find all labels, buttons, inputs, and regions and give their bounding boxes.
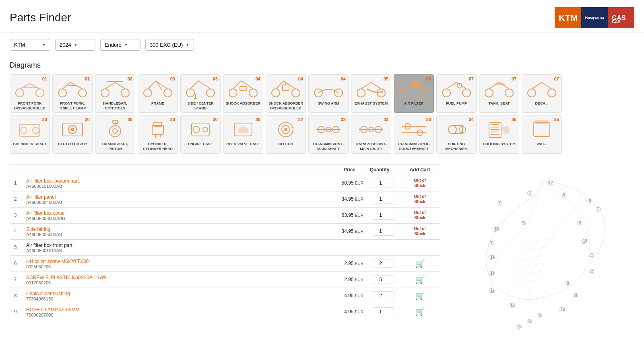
chevron-down-icon: ▼: [186, 43, 190, 47]
diagram-shock-absorber[interactable]: 04 SHOCK ABSORBER: [223, 74, 263, 113]
diagram-transmission-i-main-1[interactable]: 33 TRANSMISSION I -MAIN SHAFT: [308, 115, 349, 153]
svg-point-43: [21, 127, 27, 134]
quantity-input[interactable]: [373, 275, 394, 284]
part-name-link[interactable]: Air filter panel: [26, 194, 56, 200]
diagram-reed-valve-case[interactable]: 30 REED VALVE CASE: [223, 115, 263, 153]
part-name-link[interactable]: Air filter box cover: [26, 210, 65, 216]
part-price: 2.95 EUR: [331, 277, 363, 282]
diagram-crankshaft-piston[interactable]: 30 CRANKSHAFT,PISTON: [95, 115, 135, 153]
add-to-cart-button[interactable]: 🛒: [415, 259, 425, 268]
diagram-air-filter[interactable]: 06 AIR FILTER: [394, 74, 434, 113]
diagram-clutch-cover[interactable]: 30 CLUTCH COVER: [52, 115, 93, 153]
diagram-fuel-pump[interactable]: 07 FUEL PUMP: [436, 74, 477, 113]
part-number: 3: [14, 212, 22, 218]
parts-table-header: Price Quantity Add Cart: [10, 164, 440, 175]
diagram-tank-seat[interactable]: 07 TANK, SEAT: [479, 74, 519, 113]
part-name-link[interactable]: HH collar screw M6x20 TX30: [26, 259, 89, 264]
diagram-transmission-ii-countershaft[interactable]: 33 TRANSMISSION II -COUNTERSHAFT: [394, 115, 434, 153]
diagram-front-fork-triple-clamp[interactable]: 01 FRONT FORK,TRIPLE CLAMP: [52, 74, 93, 113]
part-name-link[interactable]: Chain slider bushing: [26, 291, 70, 296]
diagram-clutch[interactable]: 32 CLUTCH: [266, 115, 306, 153]
add-to-cart-button[interactable]: 🛒: [415, 275, 425, 284]
type-select[interactable]: EnduroCrossSMC: [105, 42, 122, 48]
brand-select[interactable]: KTMHusqvarnaGASGAS: [14, 42, 39, 48]
svg-text:14: 14: [490, 289, 495, 294]
brand-filter[interactable]: KTMHusqvarnaGASGAS ▼: [10, 39, 50, 51]
part-cart-action[interactable]: 🛒: [404, 307, 436, 317]
part-quantity[interactable]: [367, 275, 400, 284]
diagram-deca[interactable]: 07 DECA...: [522, 74, 562, 113]
diagram-frame[interactable]: 03 FRAME: [138, 74, 178, 113]
part-quantity[interactable]: [367, 211, 400, 220]
part-name-link[interactable]: Side fairing: [26, 226, 50, 232]
diagram-shifting-mechanism[interactable]: 34 SHIFTINGMECHANISM: [436, 115, 477, 153]
part-cart-action[interactable]: 🛒: [404, 275, 436, 284]
table-row: 8 Chain slider bushing 77304066150 4.95 …: [10, 288, 440, 304]
part-cart-action[interactable]: 🛒: [404, 291, 436, 300]
svg-point-49: [113, 129, 118, 134]
diagram-side-center-stand[interactable]: 03 SIDE / CENTERSTAND: [180, 74, 221, 113]
quantity-input[interactable]: [373, 227, 394, 236]
diagram-cylinder-head[interactable]: 30 CYLINDER,CYLINDER HEAD: [138, 115, 178, 153]
quantity-input[interactable]: [373, 211, 394, 220]
diagram-balancer-shaft[interactable]: 30 BALANCER SHAFT: [10, 115, 50, 153]
part-quantity[interactable]: [367, 259, 400, 268]
brand-logo-gasgas[interactable]: GAS GAS: [608, 7, 634, 28]
parts-list: 1 Air filter box, bottom part A460061010…: [10, 175, 440, 320]
svg-point-32: [400, 89, 408, 97]
model-filter[interactable]: 300 EXC (EU)250 EXC450 EXC ▼: [145, 39, 194, 51]
year-select[interactable]: 202420232022: [60, 42, 71, 48]
diagram-transmission-i-main-2[interactable]: 33 TRANSMISSION I -MAIN SHAFT: [351, 115, 391, 153]
part-cart-action[interactable]: 🛒: [404, 259, 436, 268]
quantity-input[interactable]: [373, 195, 394, 204]
part-quantity[interactable]: [367, 179, 400, 187]
part-number: 9: [14, 309, 22, 315]
part-quantity[interactable]: [367, 227, 400, 236]
brand-logo-ktm[interactable]: KTM: [555, 7, 581, 28]
add-to-cart-button[interactable]: 🛒: [415, 307, 425, 317]
part-number: 6: [14, 261, 22, 266]
svg-point-25: [292, 89, 300, 97]
diagram-shock-absorber-disassembled[interactable]: 04 SHOCK ABSORBERDISSASSEMBLED: [266, 74, 306, 113]
table-row: 5 Air filter box front part A46006001010…: [10, 240, 440, 256]
svg-point-21: [229, 89, 237, 97]
part-name-link[interactable]: Air filter box, bottom part: [26, 178, 79, 184]
part-info: Air filter box cover A46006003000ABB: [26, 210, 327, 221]
diagram-swing-arm[interactable]: 04 SWING ARM: [308, 74, 349, 113]
part-price-value: 50.95: [342, 180, 354, 186]
brand-logo-husqvarna[interactable]: Husqvarna: [581, 7, 608, 28]
model-select[interactable]: 300 EXC (EU)250 EXC450 EXC: [150, 42, 183, 48]
chevron-down-icon: ▼: [42, 43, 46, 47]
part-number: 1: [14, 180, 22, 186]
svg-line-16: [156, 81, 162, 90]
part-name-link[interactable]: SCREW F. PLASTIC K60X20AL SW6: [26, 275, 107, 280]
diagram-front-fork-disassembled[interactable]: 01 FRONT FORKDISSASSEMBLED: [10, 74, 50, 113]
quantity-input[interactable]: [373, 259, 394, 268]
part-info: Air filter panel A46006004000AB: [26, 194, 327, 205]
svg-point-40: [528, 89, 536, 97]
part-price-currency: EUR: [355, 310, 363, 314]
diagrams-title: Diagrams: [10, 61, 634, 70]
part-sku: A46006001010AB: [26, 248, 327, 253]
diagram-engine-case[interactable]: 30 ENGINE CASE: [180, 115, 221, 153]
add-to-cart-button[interactable]: 🛒: [415, 291, 425, 300]
quantity-input[interactable]: [373, 307, 394, 316]
year-filter[interactable]: 202420232022 ▼: [55, 39, 95, 51]
diagrams-row-2: 30 BALANCER SHAFT 30 CLUTCH COVER 30 CRA…: [10, 115, 634, 156]
part-price-currency: EUR: [355, 278, 363, 282]
svg-point-58: [203, 127, 208, 132]
part-name-link[interactable]: HOSE CLAMP 45-65MM: [26, 307, 80, 313]
part-sku: 0025060206: [26, 264, 327, 269]
diagram-exhaust-system[interactable]: 05 EXHAUST SYSTEM: [351, 74, 391, 113]
svg-rect-56: [192, 123, 209, 136]
diagram-water[interactable]: 35 WAT...: [522, 115, 562, 153]
type-filter[interactable]: EnduroCrossSMC ▼: [100, 39, 140, 51]
quantity-input[interactable]: [373, 291, 394, 300]
svg-rect-26: [283, 85, 289, 90]
part-quantity[interactable]: [367, 291, 400, 300]
quantity-input[interactable]: [373, 179, 394, 187]
diagram-cooling-system[interactable]: 35 COOLING SYSTEM: [479, 115, 519, 153]
part-quantity[interactable]: [367, 307, 400, 316]
diagram-handlebar-controls[interactable]: 02 HANDLEBAR,CONTROLS: [95, 74, 135, 113]
part-quantity[interactable]: [367, 195, 400, 204]
